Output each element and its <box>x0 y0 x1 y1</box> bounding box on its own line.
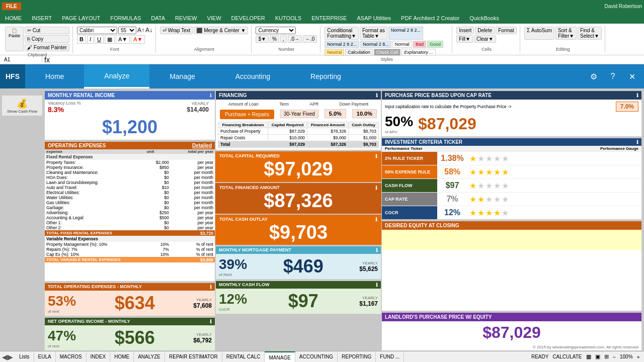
financing-info-icon[interactable]: ℹ <box>376 93 378 98</box>
zoom-in-btn[interactable]: + <box>637 354 640 360</box>
sheet-tab-index[interactable]: INDEX <box>87 351 111 362</box>
underline-btn[interactable]: U <box>95 35 104 44</box>
mri-card: MONTHLY RENTAL INCOME ℹ Vacancy Loss % 8… <box>44 90 215 140</box>
clear-btn[interactable]: Clear▼ <box>474 35 496 43</box>
dec-inc-btn[interactable]: .0→ <box>288 35 302 43</box>
nav-item-home[interactable]: Home <box>25 64 84 88</box>
delete-cells-btn[interactable]: Delete <box>475 27 495 34</box>
italic-btn[interactable]: I <box>87 35 94 44</box>
ribbon-tab-enterprise[interactable]: ENTERPRISE <box>306 13 352 24</box>
view-normal-icon[interactable]: ▦ <box>586 353 591 360</box>
sheet-tab-analyze[interactable]: ANALYZE <box>134 351 165 362</box>
view-layout-icon[interactable]: ▣ <box>595 353 600 360</box>
ribbon-tab-quickbooks[interactable]: QuickBooks <box>464 13 504 24</box>
dollar-btn[interactable]: $▼ <box>256 35 268 43</box>
style-calculation[interactable]: Calculation <box>345 49 373 56</box>
sheet-tab-rental-calc[interactable]: RENTAL CALC <box>222 351 265 362</box>
name-box[interactable]: A1 <box>2 57 42 62</box>
sheet-tab-lists[interactable]: Lists <box>15 351 34 362</box>
style-normal22b[interactable]: Normal 2 8 2... <box>325 41 359 48</box>
font-color-btn[interactable]: A▼ <box>131 35 145 44</box>
ribbon-tab-view[interactable]: VIEW <box>202 13 226 24</box>
show-cashflow-btn[interactable]: 💰 Show Cash Flow <box>2 96 42 116</box>
sheet-scroll-right[interactable]: ▶ <box>8 353 13 361</box>
nav-item-accounting[interactable]: Accounting <box>215 64 290 88</box>
ribbon-tab-kutools[interactable]: KUTOOLS <box>270 13 306 24</box>
zoom-out-btn[interactable]: − <box>613 354 616 360</box>
format-painter-btn[interactable]: 🖌 Format Painter <box>25 44 69 51</box>
wrap-text-btn[interactable]: ⏎ Wrap Text <box>160 27 193 34</box>
nav-item-reporting[interactable]: Reporting <box>290 64 361 88</box>
copy-btn[interactable]: ⎘ Copy <box>25 35 69 43</box>
style-bad[interactable]: Bad <box>413 41 426 48</box>
sheet-tab-repair-estimator[interactable]: REPAIR ESTIMATOR <box>165 351 222 362</box>
sheet-tab-eula[interactable]: EULA <box>34 351 56 362</box>
ribbon-tab-home[interactable]: HOME <box>0 13 27 24</box>
style-neutral[interactable]: Neutral <box>325 49 344 56</box>
help-icon[interactable]: ? <box>606 69 620 83</box>
pp-info-icon[interactable]: ℹ <box>636 93 638 98</box>
increase-font-btn[interactable]: A↑ <box>137 27 144 34</box>
sheet-tab-reporting[interactable]: REPORTING <box>338 351 376 362</box>
style-good[interactable]: Good <box>427 41 443 48</box>
style-check[interactable]: Check Cell <box>374 49 401 56</box>
gear-icon[interactable]: ⚙ <box>587 69 601 83</box>
bold-btn[interactable]: B <box>77 35 86 44</box>
close-icon[interactable]: ✕ <box>625 69 639 83</box>
style-normal22[interactable]: Normal 2 8 2... <box>388 27 423 40</box>
sheet-tab-macros[interactable]: MACROS <box>56 351 87 362</box>
ribbon-tab-developer[interactable]: DEVELOPER <box>226 13 270 24</box>
number-format[interactable]: Currency <box>256 27 296 34</box>
tf-info-icon[interactable]: ℹ <box>375 185 377 191</box>
font-family[interactable]: Calibri <box>77 27 117 34</box>
sort-btn[interactable]: Sort &Filter▼ <box>555 27 577 40</box>
fill-btn[interactable]: Fill▼ <box>456 35 473 43</box>
mcf-info-icon[interactable]: ℹ <box>376 282 378 288</box>
find-btn[interactable]: Find &Select▼ <box>578 27 602 40</box>
cond-format-btn[interactable]: ConditionalFormatting▼ <box>325 27 359 40</box>
align-btn[interactable]: ⬛ Merge & Center ▼ <box>194 27 248 34</box>
style-normal[interactable]: Normal <box>392 41 412 48</box>
sheet-tab-home[interactable]: HOME <box>110 351 134 362</box>
style-normal22c[interactable]: Normal 2 8... <box>360 41 391 48</box>
autosum-btn[interactable]: Σ AutoSum <box>524 27 554 40</box>
format-cells-btn[interactable]: Format <box>496 27 517 34</box>
pp-cap-rate-input[interactable]: 7.0% <box>616 102 638 112</box>
font-size[interactable]: 55 <box>118 27 136 34</box>
tco-info-icon[interactable]: ℹ <box>375 217 377 222</box>
fill-color-btn[interactable]: A▼ <box>116 35 130 44</box>
ribbon-tab-insert[interactable]: INSERT <box>27 13 57 24</box>
ribbon-tab-data[interactable]: DATA <box>146 13 170 24</box>
cut-btn[interactable]: ✂ Cut <box>25 27 69 34</box>
nav-item-analyze[interactable]: Analyze <box>84 64 149 88</box>
ribbon-tab-page-layout[interactable]: PAGE LAYOUT <box>57 13 105 24</box>
sheet-scroll-left[interactable]: ◀ <box>2 353 8 361</box>
border-btn[interactable]: ▦ <box>105 35 115 44</box>
comma-btn[interactable]: , <box>280 35 287 43</box>
file-tab[interactable]: FILE <box>2 3 21 10</box>
style-explanatory[interactable]: Explanatory ... <box>401 49 436 56</box>
paste-btn[interactable]: 📋Paste <box>5 27 24 51</box>
decrease-font-btn[interactable]: A↓ <box>145 27 152 34</box>
mri-info-icon[interactable]: ℹ <box>210 93 212 98</box>
percent-btn[interactable]: % <box>270 35 279 43</box>
purchase-repairs-btn[interactable]: Purchase + Repairs <box>220 110 274 119</box>
sheet-tab-fund-...[interactable]: FUND ... <box>376 351 404 362</box>
noi-info-icon[interactable]: ℹ <box>210 319 212 324</box>
format-table-btn[interactable]: Format asTable▼ <box>360 27 387 40</box>
toe-info-icon[interactable]: ℹ <box>210 284 212 290</box>
view-page-icon[interactable]: ⊞ <box>604 353 609 360</box>
ribbon-tab-asap-utilities[interactable]: ASAP Utilities <box>352 13 396 24</box>
ic-info-icon[interactable]: ℹ <box>636 139 638 145</box>
ribbon-tab-formulas[interactable]: FORMULAS <box>105 13 146 24</box>
mm-info-icon[interactable]: ℹ <box>376 247 378 253</box>
sheet-tab-accounting[interactable]: ACCOUNTING <box>295 351 338 362</box>
ribbon-tab-pdf-architect-2-creator[interactable]: PDF Architect 2 Creator <box>396 13 464 24</box>
dec-dec-btn[interactable]: ←.0 <box>303 35 317 43</box>
oe-detailed-btn[interactable]: Detailed <box>192 143 212 148</box>
sheet-tab-manage[interactable]: MANAGE <box>265 351 295 362</box>
insert-cells-btn[interactable]: Insert <box>456 27 474 34</box>
nav-item-manage[interactable]: Manage <box>149 64 215 88</box>
ribbon-tab-review[interactable]: REVIEW <box>170 13 202 24</box>
tc-info-icon[interactable]: ℹ <box>375 153 377 159</box>
